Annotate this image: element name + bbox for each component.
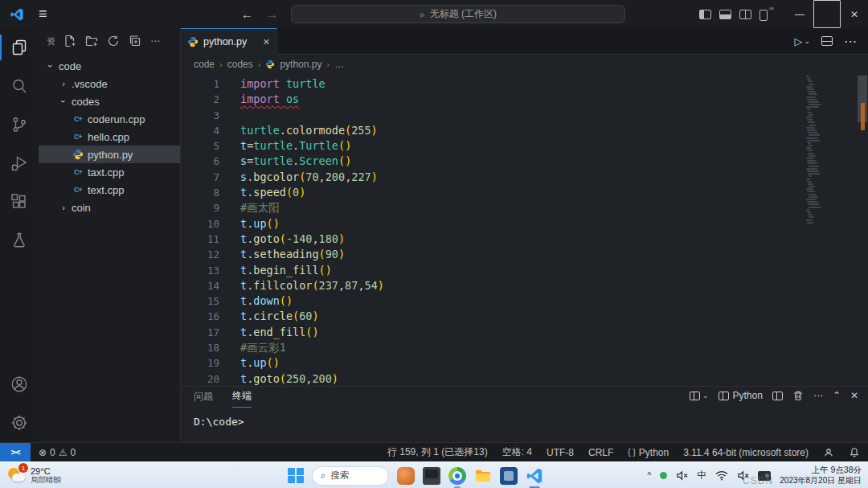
speaker-muted-icon[interactable] xyxy=(676,470,688,482)
status-item[interactable]: CRLF xyxy=(588,447,613,458)
errors-icon[interactable]: ⊗ xyxy=(39,447,47,458)
weather-widget[interactable]: 1 29°C 局部晴朗 xyxy=(0,466,61,485)
tab-python-py[interactable]: python.py ✕ xyxy=(181,28,277,55)
menu-icon[interactable]: ≡ xyxy=(39,6,47,23)
game-app-icon[interactable] xyxy=(397,467,415,485)
code-line-4[interactable]: 4turtle.colormode(255) xyxy=(181,123,868,138)
minimize-button[interactable]: — xyxy=(786,0,813,28)
breadcrumb-item[interactable]: codes xyxy=(227,59,253,70)
code-editor[interactable]: 1import turtle2import os34turtle.colormo… xyxy=(181,74,868,386)
run-button[interactable]: ▷⌄ xyxy=(794,35,810,47)
tree-item-coin[interactable]: ›coin xyxy=(39,199,180,216)
toggle-sidebar-icon[interactable] xyxy=(699,10,711,19)
explorer-icon[interactable] xyxy=(0,28,39,67)
tree-item-text-cpp[interactable]: C+text.cpp xyxy=(39,181,180,199)
code-line-12[interactable]: 12t.setheading(90) xyxy=(181,247,868,262)
tree-item--vscode[interactable]: ›.vscode xyxy=(39,75,180,92)
tab-close-icon[interactable]: ✕ xyxy=(263,37,270,47)
errors-count[interactable]: 0 xyxy=(50,447,55,458)
remote-indicator[interactable]: >< xyxy=(0,443,31,462)
tree-item-codes[interactable]: ›codes xyxy=(39,92,180,110)
browser-icon[interactable] xyxy=(448,467,466,485)
laptop-app-icon[interactable] xyxy=(423,467,440,485)
forward-button[interactable]: → xyxy=(266,7,278,21)
minimap[interactable] xyxy=(806,76,822,224)
warnings-count[interactable]: 0 xyxy=(71,447,76,458)
panel-more-actions-icon[interactable]: ⋯ xyxy=(813,390,823,401)
customize-layout-icon[interactable] xyxy=(760,10,772,19)
collapse-all-icon[interactable] xyxy=(129,35,141,47)
code-line-7[interactable]: 7s.bgcolor(70,200,227) xyxy=(181,170,868,185)
code-line-20[interactable]: 20t.goto(250,200) xyxy=(181,371,868,386)
feedback-icon[interactable] xyxy=(823,447,834,458)
volume-muted-icon[interactable] xyxy=(737,470,749,482)
taskbar-clock[interactable]: 上午 9点38分 2023年8月20日 星期日 xyxy=(780,465,862,486)
maximize-panel-icon[interactable]: ⌃ xyxy=(833,390,841,401)
source-control-icon[interactable] xyxy=(0,105,39,144)
taskbar-search[interactable]: ⌕ 搜索 xyxy=(312,466,389,486)
code-line-10[interactable]: 10t.up() xyxy=(181,216,868,232)
status-item[interactable]: 3.11.4 64-bit (microsoft store) xyxy=(683,447,809,458)
command-center-search[interactable]: ⌕ 无标题 (工作区) xyxy=(291,5,625,23)
refresh-icon[interactable] xyxy=(107,35,120,47)
breadcrumb-item[interactable]: code xyxy=(194,59,215,70)
code-line-11[interactable]: 11t.goto(-140,180) xyxy=(181,232,868,247)
status-item[interactable]: { }Python xyxy=(628,447,669,458)
search-view-icon[interactable] xyxy=(0,67,39,105)
code-line-8[interactable]: 8t.speed(0) xyxy=(181,185,868,200)
code-line-1[interactable]: 1import turtle xyxy=(181,76,868,92)
tree-item-python-py[interactable]: python.py xyxy=(39,146,180,163)
toggle-secondary-sidebar-icon[interactable] xyxy=(739,10,751,19)
vscode-taskbar-icon[interactable] xyxy=(526,467,543,485)
code-line-2[interactable]: 2import os xyxy=(181,92,868,107)
code-line-3[interactable]: 3 xyxy=(181,108,868,123)
kill-terminal-trash-icon[interactable] xyxy=(792,390,804,401)
breadcrumb-item[interactable]: python.py xyxy=(280,59,321,70)
notifications-bell-icon[interactable] xyxy=(849,447,860,458)
tray-app-icon[interactable] xyxy=(758,471,771,481)
settings-gear-icon[interactable] xyxy=(0,404,39,442)
tree-item-code[interactable]: ›code xyxy=(39,57,180,75)
code-line-16[interactable]: 16t.circle(60) xyxy=(181,309,868,324)
code-line-18[interactable]: 18#画云彩1 xyxy=(181,340,868,355)
close-window-button[interactable]: ✕ xyxy=(841,0,868,28)
testing-icon[interactable] xyxy=(0,221,39,260)
code-line-17[interactable]: 17t.end_fill() xyxy=(181,325,868,340)
back-button[interactable]: ← xyxy=(241,7,253,21)
code-line-9[interactable]: 9#画太阳 xyxy=(181,200,868,215)
code-line-15[interactable]: 15t.down() xyxy=(181,293,868,309)
editor-scrollbar[interactable] xyxy=(857,74,868,386)
maximize-button[interactable] xyxy=(813,0,841,28)
code-line-5[interactable]: 5t=turtle.Turtle() xyxy=(181,138,868,154)
tree-item-coderun-cpp[interactable]: C+coderun.cpp xyxy=(39,110,180,128)
close-panel-icon[interactable]: ✕ xyxy=(850,390,858,401)
code-line-13[interactable]: 13t.begin_fill() xyxy=(181,263,868,278)
wifi-icon[interactable] xyxy=(715,470,728,481)
terminal-output[interactable]: D:\code> xyxy=(181,408,868,428)
editor-more-actions-icon[interactable]: ⋯ xyxy=(844,34,857,49)
status-item[interactable]: UTF-8 xyxy=(547,447,574,458)
tray-overflow-icon[interactable]: ^ xyxy=(648,471,652,480)
file-explorer-icon[interactable] xyxy=(474,467,492,485)
split-terminal-icon[interactable] xyxy=(772,392,783,400)
terminal-instance-python[interactable]: Python xyxy=(719,390,763,401)
sidebar-more-actions-icon[interactable]: ⋯ xyxy=(150,35,160,47)
warnings-icon[interactable]: ⚠ xyxy=(59,447,68,458)
code-line-14[interactable]: 14t.fillcolor(237,87,54) xyxy=(181,278,868,293)
new-terminal-button[interactable]: ⌄ xyxy=(690,392,709,400)
status-item[interactable]: 行 159, 列 1 (已选择13) xyxy=(387,445,488,459)
tray-green-dot-icon[interactable] xyxy=(660,472,667,479)
new-file-icon[interactable] xyxy=(63,35,76,47)
store-app-icon[interactable] xyxy=(500,467,518,485)
toggle-panel-icon[interactable] xyxy=(719,10,731,19)
panel-tab-terminal[interactable]: 终端 xyxy=(232,389,252,408)
status-item[interactable]: 空格: 4 xyxy=(502,445,532,459)
tree-item-hello-cpp[interactable]: C+hello.cpp xyxy=(39,128,180,146)
code-line-6[interactable]: 6s=turtle.Screen() xyxy=(181,154,868,169)
tree-item-taxt-cpp[interactable]: C+taxt.cpp xyxy=(39,163,180,181)
new-folder-icon[interactable] xyxy=(85,35,98,47)
start-button-icon[interactable] xyxy=(288,468,304,484)
extensions-icon[interactable] xyxy=(0,182,39,221)
account-icon[interactable] xyxy=(0,365,39,404)
split-editor-icon[interactable] xyxy=(821,36,833,46)
